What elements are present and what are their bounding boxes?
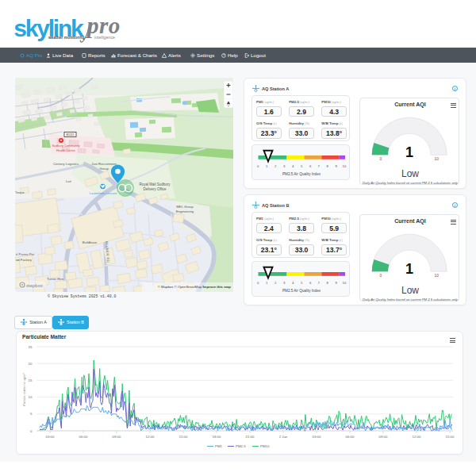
svg-text:10: 10 (29, 395, 33, 399)
svg-text:PM1: PM1 (215, 444, 223, 448)
svg-text:intelligence: intelligence (94, 35, 115, 40)
svg-text:Turner Hire: Turner Hire (47, 277, 64, 281)
svg-text:Group: Group (99, 167, 109, 171)
svg-text:Lavenham Leisure: Lavenham Leisure (90, 191, 117, 195)
svg-text:2 Jun: 2 Jun (279, 435, 288, 439)
svg-text:PM2.5: PM2.5 (236, 444, 246, 448)
svg-text:Delivery Office: Delivery Office (143, 187, 167, 191)
svg-text:15:00: 15:00 (179, 435, 188, 439)
svg-text:12:00: 12:00 (146, 435, 155, 439)
svg-text:MEL Group: MEL Group (176, 205, 194, 209)
svg-text:B1115: B1115 (67, 133, 75, 136)
svg-text:mapbox: mapbox (26, 283, 43, 288)
svg-text:Health Centre: Health Centre (56, 148, 75, 152)
svg-text:03:00: 03:00 (313, 435, 321, 439)
svg-text:1: 1 (405, 144, 413, 159)
svg-text:09:00: 09:00 (379, 435, 388, 439)
svg-text:1: 1 (405, 260, 413, 276)
svg-text:Buildbase: Buildbase (83, 240, 98, 244)
svg-text:© Mapbox © OpenStreetMap Impro: © Mapbox © OpenStreetMap Improve this ma… (158, 285, 232, 289)
svg-text:weather monitoring: weather monitoring (48, 36, 84, 40)
svg-text:5: 5 (30, 412, 33, 416)
svg-text:06:00: 06:00 (346, 435, 355, 439)
svg-text:Sudbury Community: Sudbury Community (52, 144, 79, 148)
svg-text:18:00: 18:00 (213, 435, 221, 439)
svg-text:PM10: PM10 (260, 444, 270, 448)
svg-text:15:00: 15:00 (446, 435, 455, 439)
svg-text:Torque: Torque (15, 191, 25, 194)
svg-text:Just Recruitment: Just Recruitment (91, 162, 117, 166)
svg-text:06:00: 06:00 (79, 435, 88, 439)
svg-text:25: 25 (29, 345, 33, 349)
svg-text:15: 15 (29, 378, 33, 382)
svg-text:Century Logistics: Century Logistics (53, 162, 79, 166)
svg-text:Particle matter in ug/m³: Particle matter in ug/m³ (22, 373, 26, 406)
svg-text:é Purina Pet: é Purina Pet (16, 252, 35, 256)
svg-text:21:00: 21:00 (246, 435, 255, 439)
svg-text:12:00: 12:00 (413, 435, 421, 439)
svg-text:Lait: Lait (66, 179, 72, 183)
svg-text:Royal Mail Sudbury: Royal Mail Sudbury (139, 182, 171, 186)
svg-text:09:00: 09:00 (113, 435, 121, 439)
svg-text:Engineering: Engineering (176, 209, 194, 213)
svg-text:03:00: 03:00 (46, 435, 55, 439)
svg-text:od Factory: od Factory (16, 258, 33, 262)
svg-text:0: 0 (30, 429, 33, 433)
svg-text:20: 20 (29, 362, 33, 366)
